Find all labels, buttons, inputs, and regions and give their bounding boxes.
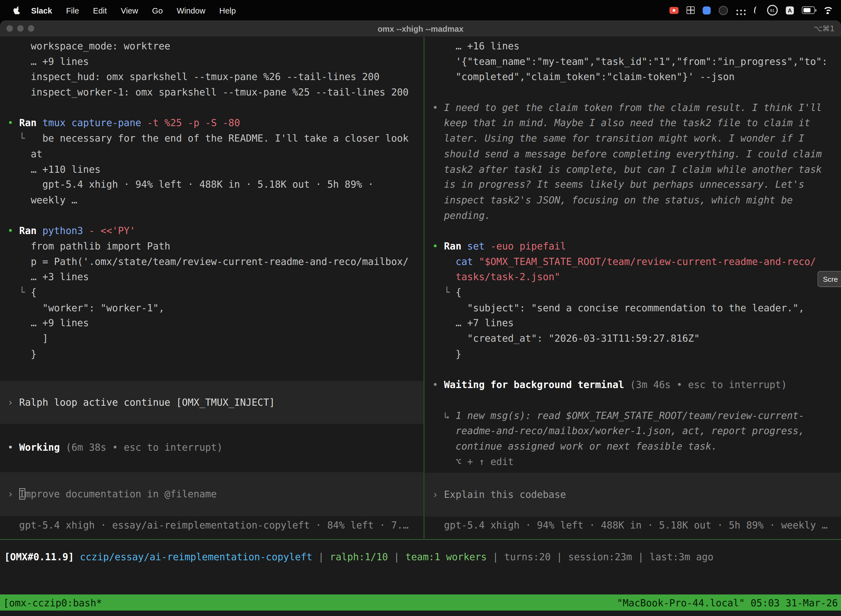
terminal-line: … +110 lines: [0, 162, 424, 177]
terminal-line: later. Using the same for transition mig…: [425, 131, 841, 147]
dots-grid-icon[interactable]: [736, 9, 738, 11]
terminal-line: inspect task2's JSON, focusing on the st…: [425, 193, 841, 208]
screenshot-overlay-chip[interactable]: Scre: [818, 271, 841, 287]
window-title-bar[interactable]: omx --xhigh --madmax ⌥⌘1: [0, 21, 841, 37]
menu-item-edit[interactable]: Edit: [86, 6, 114, 15]
terminal-pane-bottom[interactable]: [OMX#0.11.9] cczip/essay/ai-reimplementa…: [0, 540, 841, 595]
battery-icon[interactable]: [802, 7, 815, 14]
apple-menu[interactable]: [13, 6, 21, 15]
clip-icon[interactable]: [753, 6, 760, 14]
terminal-line: • Waiting for background terminal (3m 46…: [425, 377, 841, 393]
terminal-line: └ {: [0, 285, 424, 300]
terminal-line: ↳ 1 new msg(s): read $OMX_TEAM_STATE_ROO…: [425, 408, 841, 423]
terminal-line: … +9 lines: [0, 316, 424, 331]
terminal-pane-right[interactable]: … +16 lines '{"team_name":"my-team","tas…: [425, 37, 841, 539]
ghost-app-icon[interactable]: [719, 6, 728, 15]
terminal-pane-left[interactable]: workspace_mode: worktree … +9 lines insp…: [0, 37, 424, 539]
terminal-line: • I need to get the claim token from the…: [425, 100, 841, 116]
terminal-line: pending.: [425, 208, 841, 223]
battery-circle-icon[interactable]: 61: [767, 5, 778, 15]
terminal-line: }: [425, 346, 841, 362]
terminal-line: [425, 85, 841, 100]
input-source-icon[interactable]: A: [786, 6, 794, 14]
menu-item-window[interactable]: Window: [170, 6, 212, 15]
terminal-line: '{"team_name":"my-team","task_id":"1","f…: [425, 54, 841, 70]
pane-status-line: gpt-5.4 xhigh · 94% left · 488K in · 5.1…: [425, 518, 841, 533]
terminal-line: "subject": "send a concise recommendatio…: [425, 300, 841, 316]
terminal-line: "created_at": "2026-03-31T11:59:27.816Z": [425, 331, 841, 347]
terminal-line: from pathlib import Path: [0, 239, 424, 254]
menu-bar-status-icons: 61A: [670, 5, 841, 15]
terminal-line: }: [0, 346, 424, 362]
terminal-line: "completed","claim_token":"claim-token"}…: [425, 70, 841, 85]
terminal-line: gpt-5.4 xhigh · 94% left · 488K in · 5.1…: [0, 177, 424, 193]
terminal-line: [425, 393, 841, 408]
menu-item-help[interactable]: Help: [212, 6, 243, 15]
terminal-line: [0, 208, 424, 223]
omx-status-line: [OMX#0.11.9] cczip/essay/ai-reimplementa…: [0, 540, 841, 565]
terminal-line: ]: [0, 331, 424, 347]
terminal-line: › Improve documentation in @filename: [0, 487, 424, 502]
menu-item-slack[interactable]: Slack: [24, 6, 59, 15]
screenshot-overlay-label: Scre: [823, 275, 838, 283]
terminal-line: readme-and-reco/mailbox/worker-1.json, a…: [425, 423, 841, 439]
terminal-window: omx --xhigh --madmax ⌥⌘1 workspace_mode:…: [0, 21, 841, 616]
terminal-line: tasks/task-2.json": [425, 269, 841, 285]
terminal-line: keep that in mind. Maybe I also need the…: [425, 116, 841, 131]
tmux-session-indicator: [omx-cczip0:bash*: [3, 597, 102, 608]
window-title: omx --xhigh --madmax: [0, 24, 841, 33]
raycast-icon[interactable]: [703, 6, 711, 14]
screen: SlackFileEditViewGoWindowHelp 61A omx --…: [0, 0, 841, 616]
terminal-line: › Ralph loop active continue [OMX_TMUX_I…: [0, 395, 424, 411]
terminal-content: workspace_mode: worktree … +9 lines insp…: [0, 37, 841, 616]
wifi-icon[interactable]: [823, 6, 832, 14]
apple-icon: [13, 6, 21, 15]
terminal-line: [425, 223, 841, 239]
prompt-input[interactable]: › Improve documentation in @filename: [0, 472, 424, 516]
terminal-line: continue assigned work or next feasible …: [425, 439, 841, 454]
terminal-line: cat "$OMX_TEAM_STATE_ROOT/team/review-cu…: [425, 254, 841, 270]
terminal-line: at: [0, 146, 424, 162]
window-shortcut-hint: ⌥⌘1: [814, 24, 835, 32]
menu-item-go[interactable]: Go: [145, 6, 170, 15]
terminal-line: • Ran tmux capture-pane -t %25 -p -S -80: [0, 116, 424, 131]
terminal-line: weekly …: [0, 193, 424, 208]
terminal-line: … +16 lines: [425, 39, 841, 54]
terminal-line: › Explain this codebase: [425, 487, 841, 503]
terminal-line: … +7 lines: [425, 316, 841, 331]
terminal-line: • Ran python3 - <<'PY': [0, 223, 424, 239]
terminal-line: inspect_hud: omx sparkshell --tmux-pane …: [0, 70, 424, 85]
terminal-line: └ be necessary for the end of the README…: [0, 131, 424, 147]
tmux-host-clock: "MacBook-Pro-44.local" 05:03 31-Mar-26: [617, 597, 838, 608]
app-grid-icon[interactable]: [687, 6, 694, 14]
working-status: • Working (6m 38s • esc to interrupt): [0, 440, 424, 456]
terminal-line: … +9 lines: [0, 54, 424, 70]
prompt-input[interactable]: › Explain this codebase: [425, 473, 841, 517]
terminal-line: inspect_worker-1: omx sparkshell --tmux-…: [0, 85, 424, 100]
menu-item-view[interactable]: View: [114, 6, 145, 15]
tmux-status-bar: [omx-cczip0:bash* "MacBook-Pro-44.local"…: [0, 594, 841, 610]
terminal-line: "worker": "worker-1",: [0, 300, 424, 316]
terminal-line: is in progress? It seems likely but perh…: [425, 177, 841, 193]
terminal-line: should send a message before completing …: [425, 146, 841, 162]
ralph-loop-banner: › Ralph loop active continue [OMX_TMUX_I…: [0, 381, 424, 424]
terminal-line: • Ran set -euo pipefail: [425, 239, 841, 254]
menu-item-file[interactable]: File: [59, 6, 86, 15]
macos-menu-bar: SlackFileEditViewGoWindowHelp 61A: [0, 0, 841, 21]
screen-recording-icon[interactable]: [670, 7, 678, 13]
terminal-line: └ {: [425, 285, 841, 300]
terminal-line: p = Path('.omx/state/team/review-current…: [0, 254, 424, 270]
pane-status-line: gpt-5.4 xhigh · essay/ai-reimplementatio…: [0, 518, 424, 533]
terminal-line: task2 after task1 is complete, but can I…: [425, 162, 841, 177]
terminal-line: workspace_mode: worktree: [0, 39, 424, 54]
terminal-line: [0, 100, 424, 116]
terminal-line: ⌥ + ↑ edit: [425, 454, 841, 470]
terminal-line: … +3 lines: [0, 269, 424, 285]
terminal-line: [425, 362, 841, 377]
